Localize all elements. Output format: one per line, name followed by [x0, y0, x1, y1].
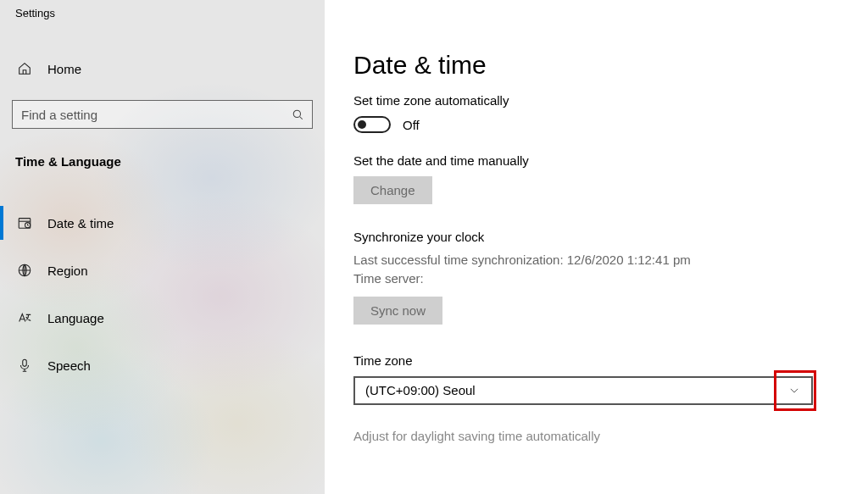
globe-icon — [17, 263, 32, 278]
sidebar-item-label: Date & time — [47, 216, 114, 230]
last-sync-info: Last successful time synchronization: 12… — [353, 251, 839, 269]
home-icon — [17, 61, 32, 76]
auto-timezone-label: Set time zone automatically — [353, 93, 839, 108]
sidebar-item-label: Speech — [47, 358, 91, 373]
sidebar-item-label: Region — [47, 264, 88, 278]
manual-datetime-label: Set the date and time manually — [353, 153, 839, 168]
window-title: Settings — [0, 0, 325, 49]
microphone-icon — [17, 358, 32, 373]
timezone-label: Time zone — [353, 353, 839, 368]
language-icon — [17, 310, 32, 325]
svg-rect-4 — [23, 359, 27, 366]
svg-point-0 — [293, 110, 300, 117]
search-input[interactable] — [13, 101, 283, 128]
main-panel: Date & time Set time zone automatically … — [325, 0, 868, 494]
sync-now-button[interactable]: Sync now — [353, 297, 442, 325]
sidebar-item-speech[interactable]: Speech — [0, 341, 325, 389]
chevron-down-icon — [777, 376, 811, 405]
sync-heading: Synchronize your clock — [353, 230, 839, 244]
sidebar-item-date-time[interactable]: Date & time — [0, 199, 325, 247]
sidebar-item-language[interactable]: Language — [0, 294, 325, 341]
change-button[interactable]: Change — [353, 176, 432, 204]
auto-timezone-state: Off — [403, 118, 420, 132]
sidebar-item-label: Language — [47, 311, 104, 325]
time-server-info: Time server: — [353, 269, 839, 288]
sidebar-item-region[interactable]: Region — [0, 247, 325, 294]
search-box[interactable] — [12, 100, 313, 129]
dst-label: Adjust for daylight saving time automati… — [353, 429, 839, 443]
timezone-dropdown[interactable]: (UTC+09:00) Seoul — [353, 376, 813, 405]
search-icon — [283, 108, 312, 121]
auto-timezone-toggle[interactable] — [353, 116, 391, 133]
settings-sidebar: Settings Home Time & Language Date & tim… — [0, 0, 325, 494]
svg-rect-1 — [19, 219, 31, 229]
nav-home-label: Home — [47, 62, 81, 76]
page-title: Date & time — [353, 51, 839, 80]
sidebar-category: Time & Language — [0, 129, 325, 182]
calendar-clock-icon — [17, 215, 32, 230]
timezone-value: (UTC+09:00) Seoul — [365, 383, 476, 397]
nav-home[interactable]: Home — [0, 49, 325, 88]
